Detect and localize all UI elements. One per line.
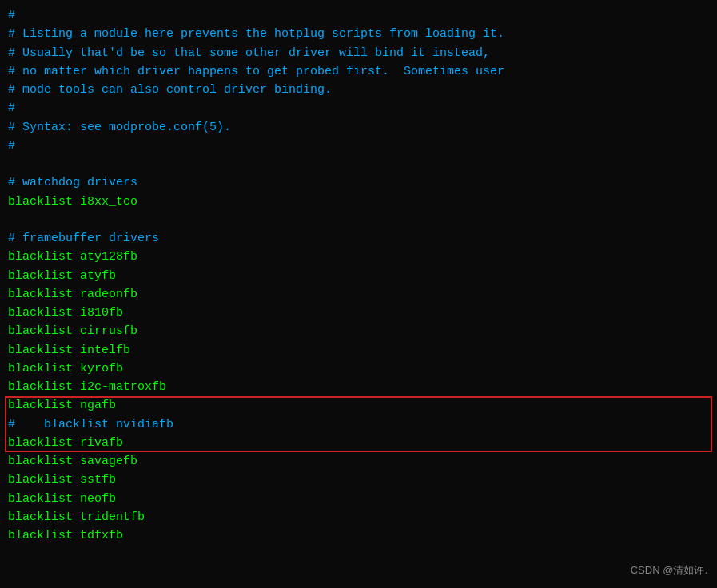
line-23-highlight: # blacklist nvidiafb xyxy=(8,415,709,434)
line-20: blacklist kyrofb xyxy=(8,360,709,378)
line-2: # Listing a module here prevents the hot… xyxy=(8,25,709,43)
line-17: blacklist i810fb xyxy=(8,304,709,322)
line-27: blacklist neofb xyxy=(8,490,709,508)
line-16: blacklist radeonfb xyxy=(8,285,709,304)
line-1: # xyxy=(8,6,709,25)
line-22-highlight: blacklist ngafb xyxy=(8,396,709,415)
line-29: blacklist tdfxfb xyxy=(8,526,709,545)
line-9 xyxy=(8,155,709,173)
line-18: blacklist cirrusfb xyxy=(8,322,709,340)
line-8: # xyxy=(8,137,709,155)
line-21: blacklist i2c-matroxfb xyxy=(8,378,709,396)
line-15: blacklist atyfb xyxy=(8,267,709,285)
line-28: blacklist tridentfb xyxy=(8,508,709,526)
line-11: blacklist i8xx_tco xyxy=(8,193,709,211)
line-14: blacklist aty128fb xyxy=(8,248,709,266)
line-4: # no matter which driver happens to get … xyxy=(8,62,709,81)
line-24-highlight: blacklist rivafb xyxy=(8,434,709,452)
line-6: # xyxy=(8,99,709,117)
line-10: # watchdog drivers xyxy=(8,173,709,192)
line-7: # Syntax: see modprobe.conf(5). xyxy=(8,118,709,137)
code-content: # # Listing a module here prevents the h… xyxy=(8,6,709,545)
line-13: # framebuffer drivers xyxy=(8,229,709,248)
line-26: blacklist sstfb xyxy=(8,471,709,489)
line-12 xyxy=(8,211,709,229)
line-5: # mode tools can also control driver bin… xyxy=(8,81,709,99)
watermark-text: CSDN @清如许. xyxy=(631,562,707,578)
line-3: # Usually that'd be so that some other d… xyxy=(8,44,709,62)
line-25: blacklist savagefb xyxy=(8,452,709,471)
line-19: blacklist intelfb xyxy=(8,341,709,360)
highlighted-block: blacklist ngafb # blacklist nvidiafb bla… xyxy=(8,396,709,452)
terminal-window: # # Listing a module here prevents the h… xyxy=(0,0,717,588)
